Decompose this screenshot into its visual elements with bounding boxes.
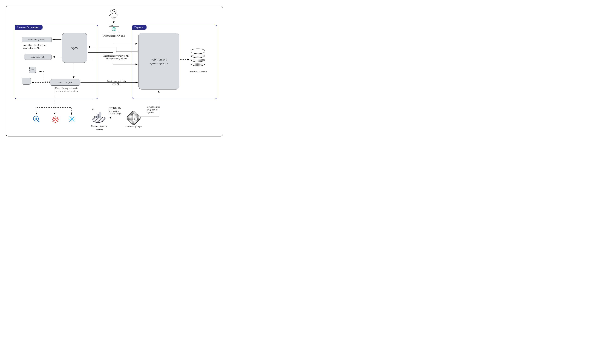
arrows (6, 6, 223, 136)
architecture-diagram: Customer Environment Dagster+ Agent User… (6, 6, 223, 136)
